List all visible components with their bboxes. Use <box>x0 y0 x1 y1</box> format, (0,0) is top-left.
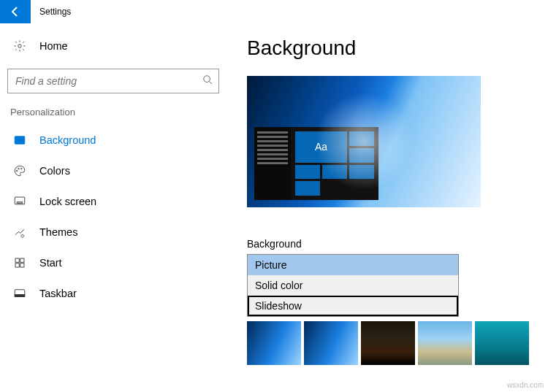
themes-icon <box>12 226 28 239</box>
sample-text-tile: Aa <box>295 131 347 163</box>
svg-rect-8 <box>17 202 23 204</box>
svg-rect-12 <box>20 264 24 267</box>
search-icon <box>202 74 213 88</box>
search-box[interactable] <box>7 69 219 93</box>
preview-startmenu: Aa <box>254 127 378 200</box>
svg-line-2 <box>210 82 213 85</box>
nav-label: Background <box>39 134 96 146</box>
taskbar-icon <box>12 287 28 300</box>
option-picture[interactable]: Picture <box>248 255 458 275</box>
lockscreen-icon <box>12 195 28 208</box>
page-heading: Background <box>247 36 548 60</box>
background-dropdown[interactable]: Picture Solid color Slideshow <box>247 254 459 317</box>
nav-label: Lock screen <box>39 196 96 207</box>
picture-thumbnails <box>247 321 548 365</box>
thumb-5[interactable] <box>475 321 529 365</box>
thumb-2[interactable] <box>304 321 358 365</box>
nav-label: Colors <box>39 165 70 177</box>
gear-icon <box>12 39 28 53</box>
nav-background[interactable]: Background <box>7 125 219 155</box>
nav-home[interactable]: Home <box>7 31 219 61</box>
back-button[interactable] <box>0 0 31 23</box>
svg-point-1 <box>204 76 210 82</box>
thumb-4[interactable] <box>418 321 472 365</box>
search-input[interactable] <box>15 75 202 87</box>
window-title: Settings <box>39 7 71 17</box>
palette-icon <box>12 164 28 177</box>
background-dropdown-label: Background <box>247 238 548 250</box>
nav-label: Themes <box>39 226 77 238</box>
nav-lockscreen[interactable]: Lock screen <box>7 186 219 217</box>
svg-rect-11 <box>15 264 19 267</box>
svg-point-6 <box>21 168 23 169</box>
svg-rect-10 <box>20 258 24 262</box>
sidebar: Home Personalization Background Colors <box>0 23 227 392</box>
nav-taskbar[interactable]: Taskbar <box>7 278 219 309</box>
nav-colors[interactable]: Colors <box>7 155 219 186</box>
category-header: Personalization <box>10 107 219 118</box>
svg-point-4 <box>17 170 18 172</box>
option-solid-color[interactable]: Solid color <box>248 275 458 296</box>
svg-point-5 <box>18 168 20 169</box>
nav-home-label: Home <box>39 40 68 52</box>
thumb-3[interactable] <box>361 321 415 365</box>
watermark: wsxdn.com <box>507 381 544 389</box>
desktop-preview: Aa <box>247 76 481 207</box>
option-slideshow[interactable]: Slideshow <box>248 296 458 316</box>
main-panel: Background Aa Background Picture Solid c… <box>227 23 548 392</box>
svg-rect-14 <box>15 295 25 297</box>
nav-themes[interactable]: Themes <box>7 217 219 247</box>
nav-label: Taskbar <box>39 288 77 299</box>
nav-start[interactable]: Start <box>7 247 219 278</box>
svg-point-0 <box>18 45 22 48</box>
svg-rect-9 <box>15 258 19 262</box>
nav-label: Start <box>39 257 62 269</box>
picture-icon <box>12 134 28 147</box>
start-icon <box>12 256 28 269</box>
thumb-1[interactable] <box>247 321 301 365</box>
